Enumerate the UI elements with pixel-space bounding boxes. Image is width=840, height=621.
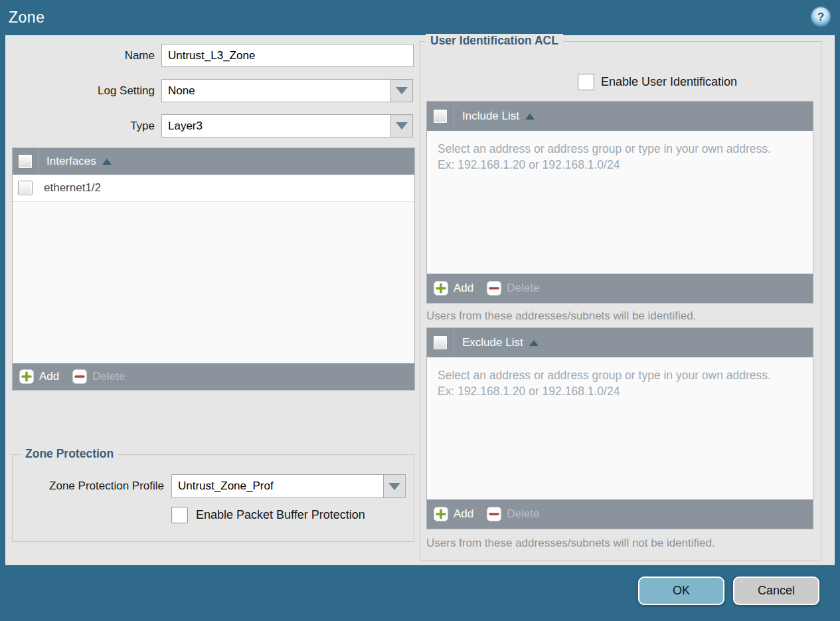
delete-include-address-button: Delete [487, 281, 539, 296]
type-value: Layer3 [168, 120, 203, 133]
include-list-header[interactable]: Include List [427, 102, 813, 131]
select-all-interfaces-checkbox[interactable] [18, 154, 33, 169]
dialog-title: Zone [9, 9, 44, 27]
exclude-list-caption: Users from these addresses/subnets will … [426, 537, 715, 550]
include-list-table: Include List Select an address or addres… [426, 101, 813, 304]
log-setting-dropdown-button[interactable] [390, 79, 413, 102]
include-list-body[interactable]: Select an address or address group or ty… [427, 131, 813, 274]
enable-packet-buffer-protection-label: Enable Packet Buffer Protection [196, 507, 365, 523]
interfaces-table-header[interactable]: Interfaces [13, 148, 414, 175]
exclude-list-footer: Add Delete [427, 499, 813, 529]
ok-button[interactable]: OK [638, 577, 724, 605]
interfaces-column-header: Interfaces [46, 155, 96, 168]
sort-ascending-icon [529, 340, 539, 346]
interface-row-checkbox[interactable] [18, 181, 33, 195]
interfaces-table-empty-area [13, 202, 414, 363]
add-icon [434, 281, 448, 296]
help-icon[interactable]: ? [811, 7, 830, 26]
interface-name: ethernet1/2 [44, 181, 101, 195]
interfaces-table-footer: Add Delete [13, 363, 414, 390]
chevron-down-icon [396, 122, 408, 130]
delete-icon [487, 507, 501, 521]
sort-ascending-icon [102, 159, 112, 165]
exclude-list-table: Exclude List Select an address or addres… [426, 327, 813, 529]
select-all-include-checkbox[interactable] [433, 109, 448, 124]
zone-dialog: Zone ? Name Log Setting None Type Layer3… [0, 0, 840, 621]
include-list-footer: Add Delete [427, 274, 813, 303]
sort-ascending-icon [525, 114, 535, 120]
exclude-list-placeholder: Select an address or address group or ty… [427, 357, 784, 409]
delete-icon [72, 369, 87, 384]
add-icon [19, 369, 34, 384]
enable-user-identification-label: Enable User Identification [601, 74, 737, 90]
interfaces-table: Interfaces ethernet1/2 Add [12, 147, 415, 391]
include-list-column-header: Include List [462, 110, 519, 123]
table-row[interactable]: ethernet1/2 [13, 175, 414, 202]
log-setting-select[interactable]: None [161, 79, 391, 102]
select-all-exclude-checkbox[interactable] [433, 335, 448, 350]
name-label: Name [40, 44, 155, 67]
add-interface-button[interactable]: Add [19, 369, 59, 384]
type-select[interactable]: Layer3 [161, 114, 391, 137]
add-icon [434, 507, 448, 521]
cancel-button[interactable]: Cancel [733, 577, 819, 605]
zone-protection-profile-select[interactable]: Untrust_Zone_Prof [171, 474, 384, 498]
log-setting-label: Log Setting [40, 79, 155, 102]
type-label: Type [40, 114, 155, 137]
include-list-placeholder: Select an address or address group or ty… [427, 131, 784, 183]
chevron-down-icon [388, 483, 400, 490]
delete-exclude-address-button: Delete [487, 507, 539, 521]
delete-interface-button: Delete [72, 369, 125, 384]
enable-user-identification-checkbox[interactable] [578, 74, 594, 90]
add-include-address-button[interactable]: Add [434, 281, 473, 296]
zone-protection-profile-dropdown-button[interactable] [383, 474, 406, 498]
name-input[interactable] [161, 44, 414, 67]
include-list-caption: Users from these addresses/subnets will … [426, 310, 696, 323]
exclude-list-column-header: Exclude List [462, 336, 523, 349]
type-dropdown-button[interactable] [390, 114, 413, 137]
exclude-list-body[interactable]: Select an address or address group or ty… [427, 357, 813, 499]
chevron-down-icon [396, 87, 408, 94]
zone-protection-legend: Zone Protection [21, 447, 118, 461]
delete-icon [487, 281, 501, 296]
user-identification-acl-legend: User Identification ACL [426, 34, 563, 48]
log-setting-value: None [168, 84, 195, 98]
add-exclude-address-button[interactable]: Add [434, 507, 473, 521]
zone-protection-profile-value: Untrust_Zone_Prof [178, 480, 274, 493]
exclude-list-header[interactable]: Exclude List [427, 328, 813, 357]
enable-packet-buffer-protection-checkbox[interactable] [171, 507, 188, 523]
zone-protection-section: Zone Protection [12, 454, 414, 542]
zone-protection-profile-label: Zone Protection Profile [19, 474, 164, 498]
